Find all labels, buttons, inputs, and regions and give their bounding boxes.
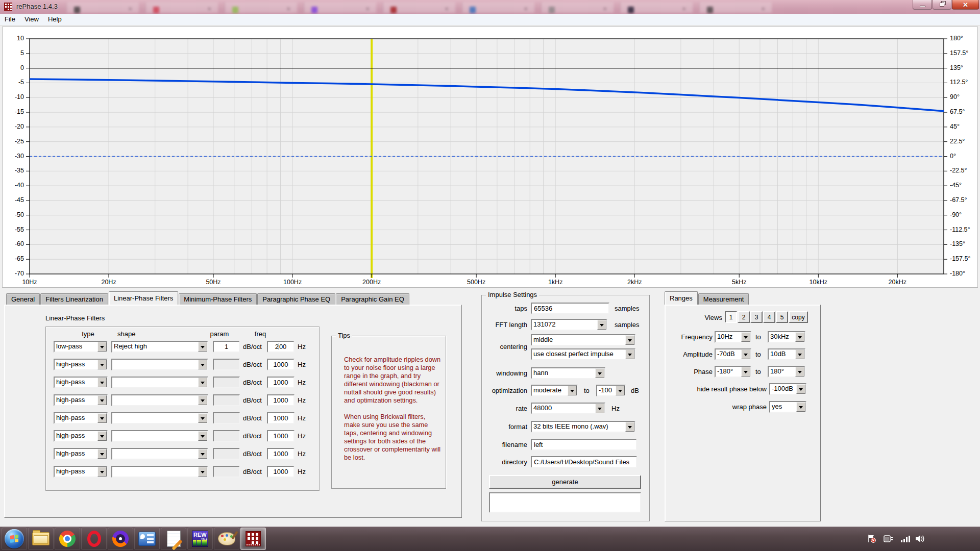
centering-impulse-select[interactable]: use closest perfect impulse xyxy=(531,348,635,360)
view-button-1[interactable]: 1 xyxy=(725,311,737,323)
dropdown-arrow-icon[interactable] xyxy=(795,367,804,377)
taskbar-opera[interactable] xyxy=(81,528,107,550)
dropdown-arrow-icon[interactable] xyxy=(198,342,207,352)
view-button-2[interactable]: 2 xyxy=(738,311,750,323)
tab-measurement[interactable]: Measurement xyxy=(698,293,749,305)
dropdown-arrow-icon[interactable] xyxy=(198,467,207,477)
filter-shape-select[interactable] xyxy=(111,448,208,460)
frequency-from-select[interactable]: 10Hz xyxy=(715,331,751,343)
minimize-button[interactable] xyxy=(913,0,932,10)
filter-shape-select[interactable] xyxy=(111,412,208,424)
dropdown-arrow-icon[interactable] xyxy=(741,349,750,359)
dropdown-arrow-icon[interactable] xyxy=(198,449,207,459)
tab-minimum-phase-filters[interactable]: Minimum-Phase Filters xyxy=(179,293,257,305)
phase-from-select[interactable]: -180° xyxy=(715,366,751,378)
filter-type-select[interactable]: low-pass xyxy=(54,341,108,353)
optimization-db-select[interactable]: -100 xyxy=(596,385,626,396)
phase-to-select[interactable]: 180° xyxy=(768,366,805,378)
tab-paragraphic-phase-eq[interactable]: Paragraphic Phase EQ xyxy=(257,293,335,305)
action-center-flag-icon[interactable] xyxy=(867,534,877,544)
filter-shape-select[interactable] xyxy=(111,377,208,388)
filter-shape-select[interactable]: Reject high xyxy=(111,341,208,353)
filter-type-select[interactable]: high-pass xyxy=(54,430,108,442)
filter-freq-input[interactable]: 1000 xyxy=(267,448,295,460)
network-signal-icon[interactable] xyxy=(900,534,911,544)
dropdown-arrow-icon[interactable] xyxy=(796,384,805,394)
filter-type-select[interactable]: high-pass xyxy=(54,448,108,460)
dropdown-arrow-icon[interactable] xyxy=(625,422,634,432)
dropdown-arrow-icon[interactable] xyxy=(97,395,107,405)
power-plug-icon[interactable] xyxy=(883,534,894,544)
filter-freq-input[interactable]: 1000 xyxy=(267,430,295,442)
optimization-select[interactable]: moderate xyxy=(531,385,578,396)
view-button-copy[interactable]: copy xyxy=(789,311,808,323)
taskbar-avast-browser[interactable] xyxy=(108,528,133,550)
view-button-5[interactable]: 5 xyxy=(776,311,788,323)
taskbar-paint[interactable] xyxy=(214,528,239,550)
tab-paragraphic-gain-eq[interactable]: Paragraphic Gain EQ xyxy=(336,293,409,305)
amplitude-from-select[interactable]: -70dB xyxy=(715,348,751,360)
frequency-to-select[interactable]: 30kHz xyxy=(768,331,805,343)
taskbar-notepad[interactable] xyxy=(161,528,186,550)
windowing-select[interactable]: hann xyxy=(531,367,605,379)
filter-freq-input[interactable]: 200 xyxy=(267,341,295,353)
dropdown-arrow-icon[interactable] xyxy=(198,378,207,387)
dropdown-arrow-icon[interactable] xyxy=(595,368,604,378)
generate-button[interactable]: generate xyxy=(489,475,641,489)
filter-type-select[interactable]: high-pass xyxy=(54,394,108,406)
filter-type-select[interactable]: high-pass xyxy=(54,466,108,478)
volume-icon[interactable] xyxy=(915,534,926,544)
dropdown-arrow-icon[interactable] xyxy=(97,342,107,352)
wrap-phase-select[interactable]: yes xyxy=(769,401,806,413)
dropdown-arrow-icon[interactable] xyxy=(796,402,805,412)
restore-button[interactable] xyxy=(933,0,951,10)
filter-freq-input[interactable]: 1000 xyxy=(267,377,295,388)
taps-input[interactable]: 65536 xyxy=(531,303,609,314)
filter-shape-select[interactable] xyxy=(111,430,208,442)
dropdown-arrow-icon[interactable] xyxy=(568,386,577,395)
dropdown-arrow-icon[interactable] xyxy=(97,449,107,459)
filter-type-select[interactable]: high-pass xyxy=(54,377,108,388)
amplitude-to-select[interactable]: 10dB xyxy=(768,348,805,360)
filter-shape-select[interactable] xyxy=(111,466,208,478)
filter-type-select[interactable]: high-pass xyxy=(54,412,108,424)
filter-shape-select[interactable] xyxy=(111,359,208,370)
rate-select[interactable]: 48000 xyxy=(531,403,605,414)
dropdown-arrow-icon[interactable] xyxy=(97,360,107,369)
filter-freq-input[interactable]: 1000 xyxy=(267,359,295,370)
filter-param-input[interactable]: 1 xyxy=(213,341,240,353)
tab-filters-linearization[interactable]: Filters Linearization xyxy=(40,293,108,305)
dropdown-arrow-icon[interactable] xyxy=(97,378,107,387)
dropdown-arrow-icon[interactable] xyxy=(198,360,207,369)
taskbar-audio-config[interactable] xyxy=(134,528,160,550)
hide-result-phase-select[interactable]: -100dB xyxy=(769,383,806,395)
filter-freq-input[interactable]: 1000 xyxy=(267,412,295,424)
taskbar-start[interactable] xyxy=(2,528,27,550)
dropdown-arrow-icon[interactable] xyxy=(795,332,804,342)
taskbar-rew[interactable]: REWV5.1 xyxy=(187,528,213,550)
tab-linear-phase-filters[interactable]: Linear-Phase Filters xyxy=(109,291,178,305)
directory-input[interactable]: C:/Users/H/Desktop/Sound Files xyxy=(531,456,637,468)
view-button-4[interactable]: 4 xyxy=(763,311,775,323)
frequency-response-graph[interactable]: 1050-5-10-15-20-25-30-35-40-45-50-55-60-… xyxy=(2,27,978,288)
format-select[interactable]: 32 bits IEEE mono (.wav) xyxy=(531,421,635,433)
taskbar-rephase-active[interactable] xyxy=(240,528,266,550)
filter-shape-select[interactable] xyxy=(111,394,208,406)
dropdown-arrow-icon[interactable] xyxy=(625,335,634,345)
dropdown-arrow-icon[interactable] xyxy=(198,413,207,423)
filter-freq-input[interactable]: 1000 xyxy=(267,466,295,478)
filter-freq-input[interactable]: 1000 xyxy=(267,394,295,406)
dropdown-arrow-icon[interactable] xyxy=(597,320,606,330)
view-button-3[interactable]: 3 xyxy=(750,311,763,323)
dropdown-arrow-icon[interactable] xyxy=(741,367,750,377)
tab-ranges[interactable]: Ranges xyxy=(665,291,698,305)
window-titlebar[interactable]: ✕✕✕✕✕✕✕✕✕ rePhase 1.4.3 ✕ xyxy=(0,0,980,14)
dropdown-arrow-icon[interactable] xyxy=(741,332,750,342)
dropdown-arrow-icon[interactable] xyxy=(198,395,207,405)
dropdown-arrow-icon[interactable] xyxy=(198,431,207,441)
fft-length-select[interactable]: 131072 xyxy=(531,319,607,331)
taskbar-chrome[interactable] xyxy=(55,528,80,550)
dropdown-arrow-icon[interactable] xyxy=(97,413,107,423)
filename-input[interactable]: left xyxy=(531,439,637,450)
taskbar-explorer[interactable] xyxy=(28,528,54,550)
